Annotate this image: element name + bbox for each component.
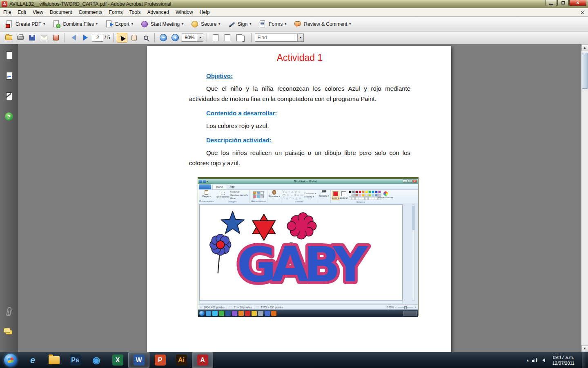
pdf-page: Actividad 1 Objetivo: Que el niño y la n… — [147, 46, 451, 352]
pages-panel-button[interactable] — [4, 50, 14, 61]
color2-button: Color 2 — [340, 191, 347, 200]
find-caret-icon[interactable]: ▾ — [297, 34, 303, 41]
menu-window[interactable]: Window — [172, 9, 196, 16]
select-tool-button[interactable] — [117, 33, 127, 43]
menu-forms[interactable]: Forms — [106, 9, 126, 16]
show-desktop-button[interactable] — [582, 352, 586, 368]
paint-tool-icon — [253, 195, 256, 198]
previous-page-button[interactable] — [68, 33, 79, 43]
signatures-panel-button[interactable] — [4, 70, 14, 81]
taskbar-app-powerpoint[interactable]: P — [149, 352, 171, 368]
taskbar-app-internet-explorer[interactable]: e — [22, 352, 43, 368]
organizer-button[interactable] — [51, 33, 61, 43]
taskbar-app-excel[interactable]: X — [107, 352, 128, 368]
network-icon[interactable] — [532, 358, 537, 362]
menu-help[interactable]: Help — [196, 9, 213, 16]
minimize-button[interactable] — [546, 0, 557, 6]
taskbar-app-photoshop[interactable]: Ps — [65, 352, 86, 368]
captured-taskbar-icon — [238, 311, 244, 316]
attachments-panel-button[interactable] — [4, 306, 14, 317]
secure-button[interactable]: Secure ▾ — [188, 18, 223, 30]
internet-explorer-icon: e — [27, 355, 38, 366]
zoom-level-combo[interactable]: 80% ▾ — [182, 34, 203, 42]
volume-icon[interactable] — [540, 358, 545, 362]
task-toolbar: Create PDF ▾ Combine Files ▾ Export ▾ St… — [0, 17, 588, 31]
maximize-button[interactable] — [557, 0, 569, 6]
shapes-gallery-row: ◠ ◇ □ ○ △ ☆ — [283, 197, 303, 200]
shapes-gallery-row: ◯ ☆ → ♥ ⌂ ▭ — [283, 193, 303, 197]
select-cursor-icon — [119, 34, 126, 41]
menu-file[interactable]: File — [0, 9, 14, 16]
document-scrollbar[interactable]: ▲ ▼ — [581, 44, 588, 352]
document-area[interactable]: Actividad 1 Objetivo: Que el niño y la n… — [18, 44, 581, 352]
objective-paragraph: Que el niño y la niña reconozcan los col… — [189, 83, 410, 104]
menu-edit[interactable]: Edit — [14, 9, 29, 16]
palette-swatch — [352, 191, 355, 193]
paint-close-button: × — [412, 180, 417, 183]
comments-panel-button[interactable] — [4, 327, 14, 337]
zoom-in-button[interactable]: + — [170, 33, 180, 43]
paint-horizontal-scrollbar — [199, 301, 403, 303]
taskbar-app-word[interactable]: W — [128, 352, 149, 368]
objective-heading: Objetivo: — [206, 72, 410, 79]
edit-panel-button[interactable] — [4, 91, 14, 101]
close-document-icon[interactable]: × — [577, 9, 588, 16]
main-area: ? Actividad 1 Objetivo: Que el niño y la… — [0, 44, 588, 352]
taskbar-app-media-player[interactable]: ◉ — [86, 352, 107, 368]
page-number-input[interactable] — [92, 34, 103, 42]
open-button[interactable] — [3, 33, 14, 43]
content-heading: Contenido a desarrollar: — [206, 110, 410, 117]
zoom-marquee-button[interactable] — [140, 33, 151, 43]
paint-tool-icon — [257, 191, 260, 195]
caret-icon: ▾ — [249, 22, 251, 26]
flower-shape — [210, 234, 231, 274]
menu-tools[interactable]: Tools — [126, 9, 144, 16]
single-page-mode-button[interactable] — [210, 33, 221, 43]
email-button[interactable] — [39, 33, 49, 43]
paperclip-icon — [6, 307, 12, 316]
create-pdf-button[interactable]: Create PDF ▾ — [2, 18, 48, 30]
start-button[interactable] — [4, 354, 17, 367]
continuous-mode-button[interactable] — [222, 33, 233, 43]
find-input[interactable] — [255, 34, 297, 42]
zoom-out-button[interactable]: − — [158, 33, 169, 43]
taskbar-app-illustrator[interactable]: Ai — [171, 352, 192, 368]
two-up-mode-button[interactable] — [234, 33, 245, 43]
close-button[interactable]: × — [569, 0, 586, 6]
scrollbar-thumb[interactable] — [582, 53, 588, 89]
review-comment-button[interactable]: Review & Comment ▾ — [291, 18, 354, 30]
color-palette — [348, 190, 381, 200]
print-button[interactable] — [15, 33, 26, 43]
scroll-up-icon[interactable]: ▲ — [581, 44, 588, 51]
hand-tool-button[interactable] — [129, 33, 139, 43]
caret-icon: ▾ — [43, 22, 45, 26]
how-to-button[interactable]: ? — [4, 111, 14, 122]
next-page-button[interactable] — [80, 33, 91, 43]
clock-date: 12/07/2011 — [552, 360, 575, 366]
clipboard-group-label: Portapapeles — [199, 200, 214, 203]
taskbar-app-explorer[interactable] — [43, 352, 65, 368]
sign-button[interactable]: Sign ▾ — [225, 18, 254, 30]
hidden-icons-button[interactable]: ▴ — [527, 358, 529, 362]
save-icon — [29, 35, 35, 40]
zoom-caret-icon[interactable]: ▾ — [197, 34, 203, 41]
save-button[interactable] — [27, 33, 38, 43]
menu-view[interactable]: View — [29, 9, 47, 16]
paste-icon — [205, 190, 208, 195]
taskbar-app-acrobat[interactable]: A — [192, 352, 213, 368]
scroll-down-icon[interactable]: ▼ — [581, 345, 588, 352]
pages-icon — [6, 52, 12, 59]
export-button[interactable]: Export ▾ — [102, 18, 136, 30]
menu-advanced[interactable]: Advanced — [144, 9, 172, 16]
start-meeting-button[interactable]: Start Meeting ▾ — [138, 18, 186, 30]
captured-taskbar-icon — [271, 311, 276, 316]
review-comment-icon — [294, 20, 302, 28]
excel-icon: X — [112, 355, 123, 366]
combine-files-button[interactable]: Combine Files ▾ — [49, 18, 100, 30]
clock[interactable]: 09:17 a.m. 12/07/2011 — [548, 355, 579, 366]
forms-button[interactable]: Forms ▾ — [256, 18, 289, 30]
menu-comments[interactable]: Comments — [76, 9, 106, 16]
menu-document[interactable]: Document — [47, 9, 76, 16]
description-heading: Descripción actividad: — [206, 137, 410, 144]
paint-ribbon: Pegar ▾ Portapapeles Seleccionar Recorta… — [198, 190, 418, 203]
